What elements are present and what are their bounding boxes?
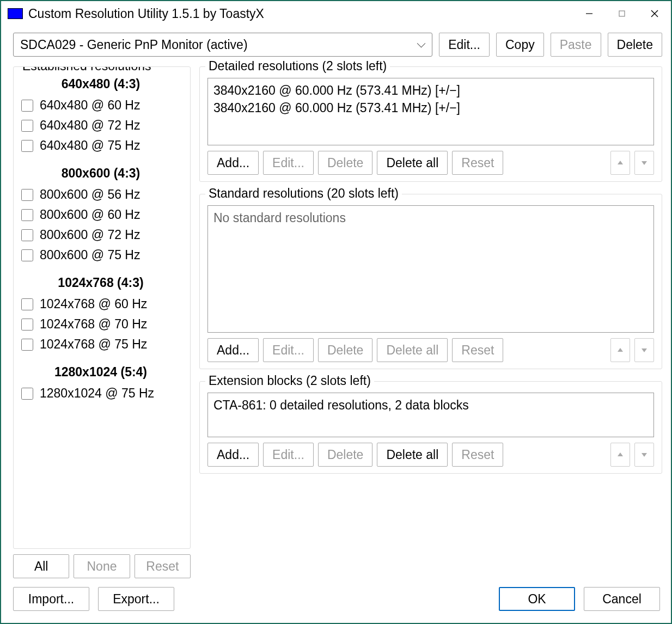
resolution-checkbox[interactable] [21, 120, 33, 132]
detailed-move-up-button[interactable] [610, 151, 630, 175]
delete-monitor-button[interactable]: Delete [608, 33, 662, 57]
resolution-checkbox[interactable] [21, 298, 33, 310]
detailed-move-down-button[interactable] [634, 151, 654, 175]
resolution-checkbox[interactable] [21, 319, 33, 331]
resolution-checkbox-row[interactable]: 800x600 @ 60 Hz [21, 207, 180, 222]
maximize-button[interactable] [606, 1, 638, 26]
resolution-checkbox[interactable] [21, 189, 33, 201]
established-reset-button[interactable]: Reset [135, 554, 191, 578]
established-none-button[interactable]: None [74, 554, 130, 578]
resolution-label: 1024x768 @ 75 Hz [40, 337, 147, 352]
monitor-toolbar: SDCA029 - Generic PnP Monitor (active) E… [1, 26, 671, 61]
resolution-label: 1280x1024 @ 75 Hz [40, 386, 154, 401]
minimize-button[interactable] [573, 1, 606, 26]
established-all-button[interactable]: All [13, 554, 69, 578]
standard-add-button[interactable]: Add... [207, 338, 259, 362]
established-label: Established resolutions [19, 66, 155, 74]
close-button[interactable] [638, 1, 671, 26]
extension-move-down-button[interactable] [634, 443, 654, 467]
resolution-checkbox[interactable] [21, 388, 33, 400]
extension-listbox[interactable]: CTA-861: 0 detailed resolutions, 2 data … [207, 393, 654, 437]
resolution-group-heading: 640x480 (4:3) [21, 77, 180, 91]
detailed-group: Detailed resolutions (2 slots left) 3840… [199, 66, 662, 182]
standard-deleteall-button[interactable]: Delete all [377, 338, 448, 362]
standard-move-up-button[interactable] [610, 338, 630, 362]
standard-label: Standard resolutions (20 slots left) [205, 186, 402, 201]
resolution-checkbox[interactable] [21, 339, 33, 351]
resolution-checkbox-row[interactable]: 640x480 @ 60 Hz [21, 98, 180, 113]
resolution-checkbox-row[interactable]: 1280x1024 @ 75 Hz [21, 386, 180, 401]
resolution-checkbox-row[interactable]: 1024x768 @ 60 Hz [21, 297, 180, 311]
resolution-label: 800x600 @ 60 Hz [40, 207, 140, 222]
resolution-checkbox-row[interactable]: 640x480 @ 75 Hz [21, 138, 180, 153]
extension-delete-button[interactable]: Delete [318, 443, 372, 467]
monitor-dropdown-value: SDCA029 - Generic PnP Monitor (active) [20, 38, 248, 52]
detailed-delete-button[interactable]: Delete [318, 151, 372, 175]
resolution-checkbox[interactable] [21, 229, 33, 241]
extension-deleteall-button[interactable]: Delete all [377, 443, 448, 467]
standard-edit-button[interactable]: Edit... [263, 338, 314, 362]
resolution-label: 800x600 @ 75 Hz [40, 248, 140, 262]
import-button[interactable]: Import... [13, 587, 89, 611]
resolution-label: 640x480 @ 75 Hz [40, 138, 140, 153]
established-group: Established resolutions 640x480 (4:3)640… [13, 66, 191, 549]
extension-group: Extension blocks (2 slots left) CTA-861:… [199, 381, 662, 474]
detailed-deleteall-button[interactable]: Delete all [377, 151, 448, 175]
standard-listbox[interactable]: No standard resolutions [207, 205, 654, 333]
extension-add-button[interactable]: Add... [207, 443, 259, 467]
resolution-label: 1024x768 @ 60 Hz [40, 297, 147, 311]
resolution-label: 800x600 @ 56 Hz [40, 187, 140, 202]
detailed-list-item[interactable]: 3840x2160 @ 60.000 Hz (573.41 MHz) [+/−] [213, 82, 648, 99]
cancel-button[interactable]: Cancel [584, 587, 660, 611]
detailed-listbox[interactable]: 3840x2160 @ 60.000 Hz (573.41 MHz) [+/−]… [207, 78, 654, 145]
resolution-label: 640x480 @ 72 Hz [40, 118, 140, 133]
detailed-reset-button[interactable]: Reset [452, 151, 503, 175]
extension-reset-button[interactable]: Reset [452, 443, 503, 467]
resolution-group-heading: 1024x768 (4:3) [21, 276, 180, 290]
resolution-checkbox[interactable] [21, 140, 33, 152]
resolution-checkbox-row[interactable]: 640x480 @ 72 Hz [21, 118, 180, 133]
resolution-group-heading: 1280x1024 (5:4) [21, 365, 180, 380]
resolution-label: 640x480 @ 60 Hz [40, 98, 140, 113]
extension-list-item[interactable]: CTA-861: 0 detailed resolutions, 2 data … [213, 396, 648, 414]
resolution-checkbox[interactable] [21, 100, 33, 112]
extension-move-up-button[interactable] [610, 443, 630, 467]
standard-reset-button[interactable]: Reset [452, 338, 503, 362]
resolution-label: 1024x768 @ 70 Hz [40, 317, 147, 332]
resolution-checkbox[interactable] [21, 249, 33, 261]
resolution-checkbox-row[interactable]: 800x600 @ 72 Hz [21, 228, 180, 242]
standard-delete-button[interactable]: Delete [318, 338, 372, 362]
resolution-checkbox-row[interactable]: 800x600 @ 56 Hz [21, 187, 180, 202]
extension-edit-button[interactable]: Edit... [263, 443, 314, 467]
footer: Import... Export... OK Cancel [1, 578, 671, 623]
app-icon [8, 8, 23, 19]
resolution-checkbox-row[interactable]: 1024x768 @ 70 Hz [21, 317, 180, 332]
standard-move-down-button[interactable] [634, 338, 654, 362]
svg-rect-1 [619, 11, 625, 16]
resolution-checkbox-row[interactable]: 1024x768 @ 75 Hz [21, 337, 180, 352]
standard-group: Standard resolutions (20 slots left) No … [199, 194, 662, 369]
edit-monitor-button[interactable]: Edit... [439, 33, 490, 57]
resolution-label: 800x600 @ 72 Hz [40, 228, 140, 242]
paste-button[interactable]: Paste [551, 33, 601, 57]
extension-label: Extension blocks (2 slots left) [205, 374, 374, 388]
detailed-list-item[interactable]: 3840x2160 @ 60.000 Hz (573.41 MHz) [+/−] [213, 99, 648, 117]
titlebar: Custom Resolution Utility 1.5.1 by Toast… [1, 1, 671, 26]
detailed-label: Detailed resolutions (2 slots left) [205, 61, 390, 74]
ok-button[interactable]: OK [499, 587, 575, 611]
detailed-add-button[interactable]: Add... [207, 151, 259, 175]
resolution-checkbox-row[interactable]: 800x600 @ 75 Hz [21, 248, 180, 262]
window-title: Custom Resolution Utility 1.5.1 by Toast… [28, 7, 573, 21]
copy-button[interactable]: Copy [496, 33, 544, 57]
detailed-edit-button[interactable]: Edit... [263, 151, 314, 175]
resolution-group-heading: 800x600 (4:3) [21, 166, 180, 181]
resolution-checkbox[interactable] [21, 209, 33, 221]
export-button[interactable]: Export... [98, 587, 174, 611]
monitor-dropdown[interactable]: SDCA029 - Generic PnP Monitor (active) [13, 33, 432, 57]
